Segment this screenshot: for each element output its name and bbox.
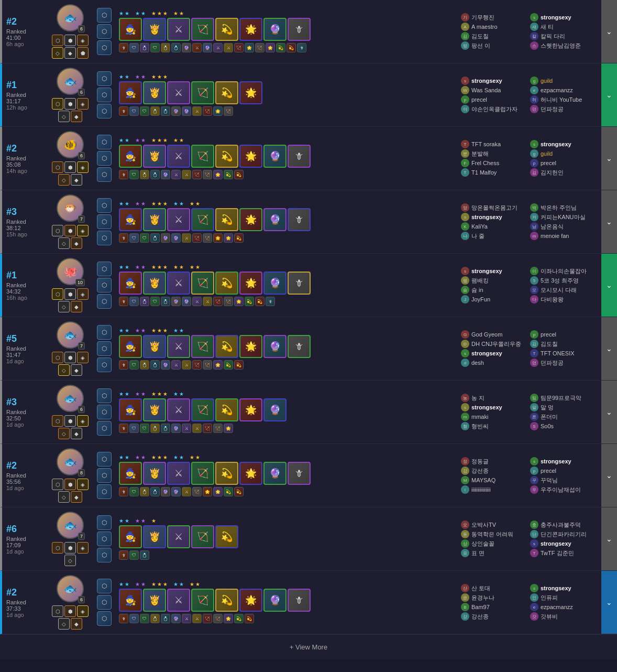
item-icon[interactable]: 💫 — [245, 614, 254, 623]
item-icon[interactable]: 🗡 — [119, 170, 128, 179]
champ-icon[interactable]: 🗡 — [288, 18, 311, 41]
champ-icon[interactable]: 🗡 — [288, 208, 311, 231]
champ-icon[interactable]: ⚔ — [167, 589, 190, 612]
item-icon[interactable]: ⚔ — [171, 170, 181, 179]
item-icon[interactable]: 🌟 — [203, 487, 212, 496]
item-icon[interactable]: 🌟 — [213, 170, 223, 179]
champ-icon[interactable]: 💫 — [215, 335, 238, 358]
champ-icon[interactable]: 🔮 — [263, 462, 287, 485]
item-icon[interactable]: ⚔ — [213, 43, 223, 52]
expand-button[interactable]: ⌄ — [601, 190, 617, 253]
item-icon[interactable]: 🌟 — [266, 43, 275, 52]
champ-icon[interactable]: 🧙 — [119, 272, 142, 295]
item-icon[interactable]: 🏹 — [203, 614, 212, 623]
view-more-button[interactable]: + View More — [0, 634, 617, 659]
champ-icon[interactable]: 🏹 — [191, 145, 214, 168]
item-icon[interactable]: 🔮 — [171, 106, 181, 116]
item-icon[interactable]: 🏹 — [224, 106, 233, 116]
item-icon[interactable]: 💫 — [234, 233, 244, 243]
item-icon[interactable]: 💍 — [161, 43, 170, 52]
item-icon[interactable]: 💫 — [234, 614, 244, 623]
item-icon[interactable]: 🗡 — [297, 43, 306, 52]
item-icon[interactable]: 💫 — [224, 170, 233, 179]
champ-icon[interactable]: 🏹 — [191, 272, 214, 295]
item-icon[interactable]: 🔮 — [161, 360, 170, 370]
champ-icon[interactable]: 👸 — [143, 335, 166, 358]
champ-icon[interactable]: ⚔ — [167, 462, 190, 485]
item-icon[interactable]: 🏹 — [224, 297, 233, 306]
item-icon[interactable]: 🏹 — [203, 170, 212, 179]
item-icon[interactable]: 🌟 — [213, 233, 223, 243]
champ-icon[interactable]: 🗡 — [288, 145, 311, 168]
champ-icon[interactable]: 👸 — [143, 18, 166, 41]
item-icon[interactable]: ⚔ — [182, 170, 191, 179]
item-icon[interactable]: 💍 — [140, 487, 149, 496]
item-icon[interactable]: 💍 — [150, 233, 160, 243]
champ-icon[interactable]: 🧙 — [119, 81, 142, 104]
champ-icon[interactable]: ⚔ — [167, 81, 190, 104]
item-icon[interactable]: 🛡 — [140, 424, 149, 433]
expand-button[interactable]: ⌄ — [601, 381, 617, 443]
champ-icon[interactable]: 🧙 — [119, 398, 142, 421]
champ-icon[interactable]: 💫 — [215, 145, 238, 168]
item-icon[interactable]: 🛡 — [129, 297, 139, 306]
item-icon[interactable]: 💍 — [140, 550, 149, 560]
expand-button[interactable]: ⌄ — [601, 571, 617, 634]
champ-icon[interactable]: ⚔ — [167, 18, 190, 41]
item-icon[interactable]: 🛡 — [140, 233, 149, 243]
item-icon[interactable]: 🏹 — [203, 424, 212, 433]
item-icon[interactable]: 🛡 — [129, 170, 139, 179]
item-icon[interactable]: 🌟 — [224, 614, 233, 623]
item-icon[interactable]: ⚔ — [182, 487, 191, 496]
champ-icon[interactable]: 🧙 — [119, 462, 142, 485]
expand-button[interactable]: ⌄ — [601, 444, 617, 507]
expand-button[interactable]: ⌄ — [601, 63, 617, 126]
champ-icon[interactable]: 💫 — [215, 81, 238, 104]
champ-icon[interactable]: 🧙 — [119, 145, 142, 168]
item-icon[interactable]: 🗡 — [119, 487, 128, 496]
item-icon[interactable]: 💍 — [161, 424, 170, 433]
item-icon[interactable]: 🗡 — [119, 106, 128, 116]
item-icon[interactable]: 🔮 — [182, 43, 191, 52]
item-icon[interactable]: 🏹 — [255, 43, 265, 52]
item-icon[interactable]: 🏹 — [192, 487, 202, 496]
item-icon[interactable]: 💍 — [150, 360, 160, 370]
item-icon[interactable]: 💫 — [276, 43, 285, 52]
item-icon[interactable]: 💍 — [161, 297, 170, 306]
item-icon[interactable]: 💫 — [255, 297, 265, 306]
champ-icon[interactable]: ⚔ — [167, 272, 190, 295]
item-icon[interactable]: 🛡 — [129, 43, 139, 52]
champ-icon[interactable]: 🔮 — [263, 272, 287, 295]
champ-icon[interactable]: 👸 — [143, 462, 166, 485]
champ-icon[interactable]: 🏹 — [191, 335, 214, 358]
item-icon[interactable]: 💍 — [140, 43, 149, 52]
item-icon[interactable]: 🔮 — [171, 487, 181, 496]
champ-icon[interactable]: 🌟 — [239, 272, 262, 295]
item-icon[interactable]: 🏹 — [213, 614, 223, 623]
champ-icon[interactable]: 🏹 — [191, 462, 214, 485]
item-icon[interactable]: 🛡 — [129, 614, 139, 623]
champ-icon[interactable]: 👸 — [143, 208, 166, 231]
champ-icon[interactable]: 🧙 — [119, 525, 142, 548]
item-icon[interactable]: 🛡 — [129, 106, 139, 116]
item-icon[interactable]: 🏹 — [192, 233, 202, 243]
expand-button[interactable]: ⌄ — [601, 317, 617, 380]
item-icon[interactable]: 🌟 — [213, 360, 223, 370]
item-icon[interactable]: 🔮 — [161, 487, 170, 496]
item-icon[interactable]: ⚔ — [224, 43, 233, 52]
item-icon[interactable]: 🔮 — [161, 170, 170, 179]
item-icon[interactable]: 💍 — [140, 170, 149, 179]
champ-icon[interactable]: 🏹 — [191, 589, 214, 612]
item-icon[interactable]: 🌟 — [245, 43, 254, 52]
item-icon[interactable]: 💍 — [150, 614, 160, 623]
item-icon[interactable]: 🌟 — [213, 487, 223, 496]
champ-icon[interactable]: 💫 — [215, 398, 238, 421]
item-icon[interactable]: 💍 — [150, 106, 160, 116]
expand-button[interactable]: ⌄ — [601, 0, 617, 63]
item-icon[interactable]: 🔮 — [171, 233, 181, 243]
item-icon[interactable]: 🗡 — [119, 614, 128, 623]
champ-icon[interactable]: 🧙 — [119, 335, 142, 358]
item-icon[interactable]: 🏹 — [192, 170, 202, 179]
item-icon[interactable]: 🏹 — [203, 233, 212, 243]
item-icon[interactable]: 🔮 — [161, 233, 170, 243]
